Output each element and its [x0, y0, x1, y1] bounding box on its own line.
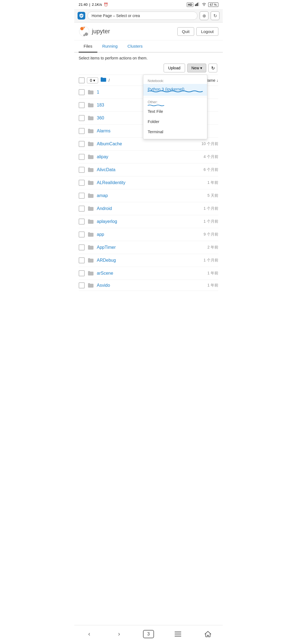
file-date: 1 个月前 — [196, 219, 218, 224]
current-folder-icon — [100, 77, 106, 83]
file-checkbox[interactable] — [79, 102, 85, 108]
notebook-section-label: Notebook: — [143, 77, 207, 84]
file-checkbox[interactable] — [79, 193, 85, 199]
other-section-label: Other: — [143, 98, 207, 105]
file-name[interactable]: alipay — [97, 154, 194, 159]
file-checkbox[interactable] — [79, 206, 85, 212]
svg-rect-3 — [198, 2, 199, 6]
file-name[interactable]: arScene — [97, 271, 194, 276]
file-checkbox[interactable] — [79, 257, 85, 263]
tab-clusters[interactable]: Clusters — [123, 40, 148, 53]
status-left: 21:40 | 2.1K/s ⏰ — [79, 2, 108, 7]
file-name[interactable]: AlivcData — [97, 167, 194, 172]
browser-refresh-btn[interactable]: ↻ — [211, 11, 219, 20]
table-row: AlbumCache 10 个月前 — [79, 138, 218, 151]
file-name[interactable]: AlbumCache — [97, 141, 194, 146]
file-name[interactable]: Asvido — [97, 283, 194, 288]
logout-button[interactable]: Logout — [196, 27, 218, 36]
folder-icon — [87, 154, 94, 160]
status-alarm-icon: ⏰ — [104, 2, 108, 7]
file-checkbox[interactable] — [79, 115, 85, 121]
terminal-item[interactable]: Terminal — [143, 127, 207, 137]
folder-icon — [87, 282, 94, 289]
browser-bookmark-btn[interactable]: ⊕ — [200, 11, 208, 20]
folder-icon — [87, 270, 94, 277]
file-checkbox[interactable] — [79, 231, 85, 238]
text-file-item[interactable]: Text File — [143, 106, 207, 116]
file-name[interactable]: Android — [97, 206, 194, 211]
folder-item[interactable]: Folder — [143, 116, 207, 127]
file-checkbox[interactable] — [79, 270, 85, 276]
tab-running[interactable]: Running — [97, 40, 123, 53]
browser-url[interactable]: Home Page – Select or crea — [87, 12, 197, 20]
refresh-button[interactable]: ↻ — [208, 64, 217, 72]
folder-icon — [87, 167, 94, 173]
file-date: 1 个月前 — [196, 258, 218, 263]
status-time: 21:40 — [79, 2, 88, 7]
table-row: Asvido 1 年前 — [79, 280, 218, 291]
svg-rect-2 — [197, 3, 198, 6]
folder-icon — [87, 192, 94, 199]
table-row: app 9 个月前 — [79, 228, 218, 241]
browser-actions: ⊕ ↻ — [200, 11, 219, 20]
file-date: 6 个月前 — [196, 167, 218, 172]
status-bar: 21:40 | 2.1K/s ⏰ HD — [74, 0, 223, 9]
table-row: alipay 4 个月前 — [79, 151, 218, 163]
file-name[interactable]: ALRealIdentity — [97, 180, 194, 185]
jupyter-title: jupyter — [92, 28, 110, 35]
file-date: 5 天前 — [196, 193, 218, 198]
status-network: | — [89, 2, 90, 7]
folder-icon — [87, 205, 94, 212]
folder-icon — [87, 128, 94, 134]
action-hint: Select items to perform actions on them. — [79, 56, 218, 60]
file-checkbox[interactable] — [79, 128, 85, 134]
folder-icon — [87, 89, 94, 95]
file-checkbox[interactable] — [79, 89, 85, 95]
file-checkbox[interactable] — [79, 167, 85, 173]
file-name[interactable]: amap — [97, 193, 194, 198]
tabs-bar: Files Running Clusters — [74, 40, 223, 53]
folder-icon — [87, 115, 94, 121]
new-button[interactable]: New ▾ — [187, 64, 206, 72]
python3-kernel-item[interactable]: Python 3 (ipykernel) — [143, 84, 207, 96]
signal-bars-icon — [195, 2, 200, 7]
select-all-checkbox[interactable] — [79, 77, 85, 83]
count-badge: 0 ▾ — [87, 77, 98, 83]
file-name[interactable]: app — [97, 232, 194, 237]
file-checkbox[interactable] — [79, 180, 85, 186]
file-checkbox[interactable] — [79, 219, 85, 225]
upload-button[interactable]: Upload — [164, 64, 185, 72]
file-checkbox[interactable] — [79, 244, 85, 250]
wifi-icon — [202, 2, 207, 7]
file-checkbox[interactable] — [79, 154, 85, 160]
file-name[interactable]: aplayerlog — [97, 219, 194, 224]
svg-rect-1 — [196, 4, 197, 6]
file-checkbox[interactable] — [79, 282, 85, 288]
file-checkbox[interactable] — [79, 141, 85, 147]
svg-point-4 — [204, 5, 204, 6]
browser-bar: Home Page – Select or crea ⊕ ↻ — [74, 9, 223, 23]
svg-point-8 — [83, 27, 85, 28]
table-row: aplayerlog 1 个月前 — [79, 215, 218, 228]
folder-icon — [87, 218, 94, 225]
file-name[interactable]: ARDebug — [97, 258, 194, 263]
folder-icon — [87, 257, 94, 264]
file-name[interactable]: AppTimer — [97, 245, 194, 250]
file-date: 1 年前 — [196, 271, 218, 276]
battery-icon: 67 % — [208, 2, 218, 7]
table-row: AppTimer 2 年前 — [79, 241, 218, 254]
file-date: 1 个月前 — [196, 206, 218, 211]
jupyter-header: jupyter Quit Logout — [74, 23, 223, 40]
folder-icon — [87, 102, 94, 108]
quit-button[interactable]: Quit — [177, 27, 194, 36]
svg-point-7 — [85, 32, 88, 36]
file-date: 9 个月前 — [196, 232, 218, 237]
svg-point-6 — [80, 27, 84, 30]
browser-shield-icon — [78, 12, 85, 20]
table-row: Android 1 个月前 — [79, 202, 218, 215]
file-date: 4 个月前 — [196, 154, 218, 159]
folder-icon — [87, 244, 94, 251]
table-row: ARDebug 1 个月前 — [79, 254, 218, 267]
tab-files[interactable]: Files — [79, 40, 97, 53]
file-date: 1 年前 — [196, 180, 218, 185]
